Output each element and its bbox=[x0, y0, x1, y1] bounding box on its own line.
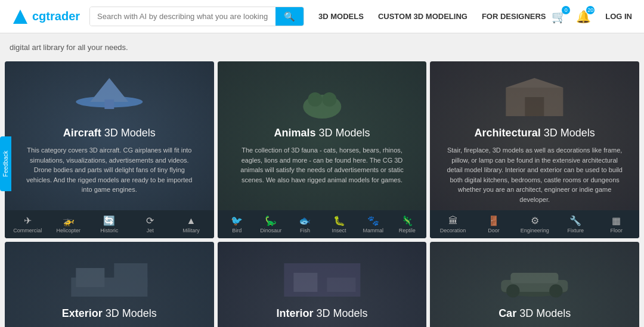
svg-rect-8 bbox=[525, 97, 544, 116]
card-image-area: Car 3D Models Car category contains auto… bbox=[430, 242, 639, 327]
subtitle: digital art library for all your needs. bbox=[5, 43, 639, 61]
cat-label: Military bbox=[171, 228, 211, 233]
logo-text-trader: trader bbox=[46, 10, 80, 23]
card-image-area: Exterior 3D Models Browse architectural … bbox=[5, 242, 214, 327]
logo-text: cgtrader bbox=[32, 10, 80, 23]
cat-item[interactable]: 🐾 Mammal bbox=[356, 214, 390, 235]
svg-rect-15 bbox=[327, 278, 355, 292]
cat-item[interactable]: 🐦 Bird bbox=[220, 214, 254, 235]
svg-rect-11 bbox=[76, 268, 104, 287]
cat-icon-floor: ▦ bbox=[612, 215, 621, 226]
card-interior: Interior 3D Models This category contain… bbox=[218, 242, 427, 327]
cat-item[interactable]: ⚙ Engineering bbox=[514, 214, 555, 235]
card-image-area: Animals 3D Models The collection of 3D f… bbox=[218, 61, 427, 210]
card-description: This category covers 3D aircraft. CG air… bbox=[17, 145, 202, 195]
card-footer: ✈ Commercial 🚁 Helicopter 🔄 Historic ⟳ J… bbox=[5, 210, 214, 238]
card-title: Aircraft 3D Models bbox=[17, 127, 202, 139]
login-button[interactable]: LOG IN bbox=[605, 12, 632, 21]
nav-3d-models[interactable]: 3D MODELS bbox=[318, 12, 364, 21]
card-content: Car 3D Models Car category contains auto… bbox=[442, 304, 627, 327]
card-content: Exterior 3D Models Browse architectural … bbox=[17, 304, 202, 327]
feedback-label[interactable]: Feedback bbox=[0, 136, 11, 191]
cat-label: Door bbox=[474, 228, 514, 233]
header: cgtrader 🔍 3D MODELS CUSTOM 3D MODELING … bbox=[0, 0, 644, 33]
header-icons: 🛒 0 🔔 20 LOG IN bbox=[552, 10, 632, 24]
cat-label: Fish bbox=[289, 228, 321, 233]
cat-item[interactable]: 🔄 Historic bbox=[89, 214, 130, 235]
main-nav: 3D MODELS CUSTOM 3D MODELING FOR DESIGNE… bbox=[318, 12, 546, 21]
cat-item[interactable]: 🐛 Insect bbox=[322, 214, 356, 235]
cat-item[interactable]: ✈ Commercial bbox=[7, 214, 48, 235]
cat-icon-decoration: 🏛 bbox=[448, 216, 458, 226]
cat-label: Reptile bbox=[391, 228, 423, 233]
bell-badge: 20 bbox=[586, 6, 595, 14]
cat-icon-door: 🚪 bbox=[488, 215, 500, 226]
svg-point-18 bbox=[506, 284, 519, 297]
search-bar: 🔍 bbox=[89, 7, 304, 26]
logo[interactable]: cgtrader bbox=[12, 8, 80, 25]
cat-icon-insect: 🐛 bbox=[333, 215, 345, 226]
search-input[interactable] bbox=[90, 7, 275, 26]
cat-icon-bird: 🐦 bbox=[231, 215, 243, 226]
cart-icon[interactable]: 🛒 0 bbox=[552, 10, 566, 24]
logo-text-cg: cg bbox=[32, 10, 46, 23]
cat-icon-dinosaur: 🦕 bbox=[265, 215, 277, 226]
cat-icon-historic: 🔄 bbox=[103, 215, 115, 226]
svg-point-6 bbox=[322, 92, 336, 107]
cat-item[interactable]: 🔧 Fixture bbox=[555, 214, 596, 235]
feedback-sidebar[interactable]: Feedback bbox=[0, 136, 11, 191]
cat-label: Jet bbox=[131, 228, 171, 233]
cat-label: Engineering bbox=[515, 228, 555, 233]
card-description: Stair, fireplace, 3D models as well as d… bbox=[442, 145, 627, 204]
cat-item[interactable]: 🏛 Decoration bbox=[432, 214, 473, 235]
cat-label: Dinosaur bbox=[255, 228, 287, 233]
cat-icon-engineering: ⚙ bbox=[531, 215, 539, 226]
cat-item[interactable]: 🚁 Helicopter bbox=[48, 214, 89, 235]
card-car: Car 3D Models Car category contains auto… bbox=[430, 242, 639, 327]
card-content: Architectural 3D Models Stair, fireplace… bbox=[442, 123, 627, 204]
nav-custom-modeling[interactable]: CUSTOM 3D MODELING bbox=[378, 12, 467, 21]
card-aircraft: Aircraft 3D Models This category covers … bbox=[5, 61, 214, 238]
search-button[interactable]: 🔍 bbox=[275, 7, 304, 26]
cat-icon-fixture: 🔧 bbox=[569, 215, 581, 226]
card-animals: Animals 3D Models The collection of 3D f… bbox=[218, 61, 427, 238]
cat-icon-fish: 🐟 bbox=[299, 215, 311, 226]
card-title: Exterior 3D Models bbox=[17, 307, 202, 320]
cards-grid: Aircraft 3D Models This category covers … bbox=[5, 61, 639, 327]
svg-rect-12 bbox=[114, 263, 147, 287]
cat-label: Insect bbox=[323, 228, 355, 233]
svg-marker-0 bbox=[13, 10, 27, 24]
cat-item[interactable]: ▲ Military bbox=[171, 214, 212, 235]
nav-for-designers[interactable]: FOR DESIGNERS bbox=[482, 12, 546, 21]
main-content: digital art library for all your needs. … bbox=[0, 33, 644, 327]
cat-item[interactable]: 🚪 Door bbox=[473, 214, 515, 235]
cat-icon-reptile: 🦎 bbox=[401, 215, 413, 226]
card-title: Car 3D Models bbox=[442, 307, 627, 320]
svg-rect-3 bbox=[104, 99, 114, 109]
card-footer: 🏛 Decoration 🚪 Door ⚙ Engineering 🔧 Fixt… bbox=[430, 210, 639, 238]
card-content: Animals 3D Models The collection of 3D f… bbox=[230, 123, 415, 185]
svg-marker-9 bbox=[506, 78, 564, 88]
cat-label: Decoration bbox=[433, 228, 473, 233]
cat-label: Fixture bbox=[556, 228, 596, 233]
cat-item[interactable]: 🐟 Fish bbox=[288, 214, 322, 235]
card-image-area: Aircraft 3D Models This category covers … bbox=[5, 61, 214, 210]
cat-item[interactable]: 🦕 Dinosaur bbox=[254, 214, 288, 235]
svg-rect-14 bbox=[293, 273, 317, 292]
cat-label: Commercial bbox=[8, 228, 48, 233]
cart-badge: 0 bbox=[562, 6, 570, 14]
svg-rect-20 bbox=[511, 273, 559, 284]
svg-marker-2 bbox=[90, 78, 128, 102]
card-architectural: Architectural 3D Models Stair, fireplace… bbox=[430, 61, 639, 238]
bell-icon[interactable]: 🔔 20 bbox=[576, 10, 591, 24]
cat-label: Helicopter bbox=[49, 228, 89, 233]
cat-icon-helicopter: 🚁 bbox=[63, 215, 75, 226]
cat-icon-jet: ⟳ bbox=[146, 215, 154, 226]
cat-label: Floor bbox=[596, 228, 636, 233]
cat-item[interactable]: ⟳ Jet bbox=[130, 214, 171, 235]
card-title: Animals 3D Models bbox=[230, 127, 415, 139]
card-image-area: Interior 3D Models This category contain… bbox=[218, 242, 427, 327]
card-title: Interior 3D Models bbox=[230, 307, 415, 320]
cat-item[interactable]: ▦ Floor bbox=[596, 214, 637, 235]
cat-item[interactable]: 🦎 Reptile bbox=[390, 214, 424, 235]
